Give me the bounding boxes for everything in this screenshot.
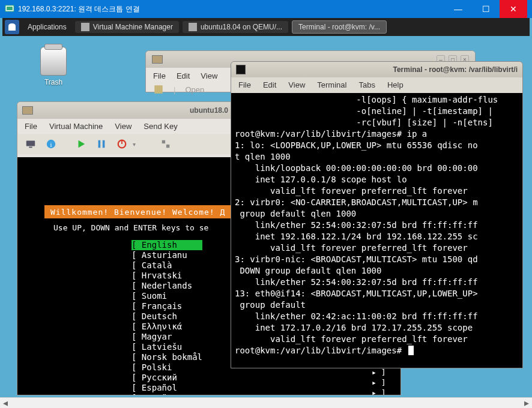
vmm-new-icon[interactable] <box>153 84 164 95</box>
taskbar-label: Terminal - root@kvm: /v... <box>298 23 380 31</box>
language-list[interactable]: [ English[ Asturianu[ Català[ Hrvatski[ … <box>131 240 202 395</box>
rdp-titlebar[interactable]: 192.168.0.3:2221: 원격 데스크톱 연결 — ☐ ✕ <box>0 0 532 18</box>
vmcon-menu-vm[interactable]: Virtual Machine <box>49 122 103 131</box>
svg-rect-11 <box>121 140 122 144</box>
rdp-horizontal-scrollbar[interactable]: ◂ ▸ <box>0 397 532 408</box>
vmcon-title: ubuntu18.0 <box>190 106 228 115</box>
taskbar-item-vmconsole[interactable]: ubuntu18.04 on QEMU/... <box>183 21 288 33</box>
terminal-title-icon <box>236 65 246 74</box>
taskbar-item-vmm[interactable]: Virtual Machine Manager <box>75 21 179 33</box>
terminal-line: valid_lft forever preferred_lft forever <box>235 185 519 197</box>
applications-menu[interactable]: Applications <box>23 21 71 33</box>
vmcon-console-button[interactable] <box>23 137 38 151</box>
term-menu-file[interactable]: File <box>238 80 251 89</box>
term-menu-tabs[interactable]: Tabs <box>358 80 375 89</box>
term-menu-terminal[interactable]: Terminal <box>317 80 346 89</box>
terminal-line: 3: virbr0-nic: <BROADCAST,MULTICAST> mtu… <box>235 254 519 265</box>
desktop-area[interactable]: Trash – □ × File Edit View | Open <box>2 36 530 396</box>
language-option[interactable]: [ English <box>131 240 202 250</box>
taskbar-label: ubuntu18.04 on QEMU/... <box>201 23 282 31</box>
terminal-window[interactable]: Terminal - root@kvm: /var/lib/libvirt/i … <box>231 61 523 368</box>
terminal-line: group default <box>235 299 519 311</box>
svg-rect-13 <box>166 145 169 148</box>
language-option[interactable]: [ Ελληνικά <box>131 322 202 332</box>
taskbar-label: Virtual Machine Manager <box>93 23 173 31</box>
language-option[interactable]: [ Русский <box>131 373 202 383</box>
term-menu-edit[interactable]: Edit <box>263 80 276 89</box>
vmm-menu-edit[interactable]: Edit <box>177 71 190 80</box>
terminal-line: valid_lft forever preferred_lft forever <box>235 334 519 345</box>
vmcon-menu-view[interactable]: View <box>115 122 131 131</box>
scroll-right-button[interactable]: ▸ <box>521 398 532 408</box>
terminal-line: link/ether 52:54:00:32:07:5d brd ff:ff:f… <box>235 277 519 288</box>
vmcon-info-button[interactable]: i <box>44 137 58 151</box>
terminal-line: 1: lo: <LOOPBACK,UP,LOWER_UP> mtu 65536 … <box>235 140 519 151</box>
terminal-line: inet 192.168.122.1/24 brd 192.168.122.25… <box>235 231 519 242</box>
terminal-cursor <box>408 346 414 355</box>
language-option[interactable]: ▸ ] <box>372 388 385 395</box>
vmcon-shutdown-button[interactable] <box>115 137 129 151</box>
nav-hint: Use UP, DOWN and ENTER keys to se <box>53 223 208 232</box>
trash-desktop-icon[interactable]: Trash <box>35 47 71 86</box>
vmcon-pause-button[interactable] <box>94 137 109 151</box>
scroll-left-button[interactable]: ◂ <box>0 398 11 408</box>
terminal-line: inet 172.17.0.2/16 brd 172.17.255.255 sc… <box>235 322 519 334</box>
vmm-icon <box>81 23 89 31</box>
svg-marker-7 <box>79 140 85 148</box>
vmm-menu-view[interactable]: View <box>201 71 217 80</box>
language-option[interactable]: ▸ ] <box>372 377 385 388</box>
term-menu-view[interactable]: View <box>288 80 305 89</box>
language-option[interactable]: [ Norsk bokmål <box>131 352 202 362</box>
taskbar-item-terminal[interactable]: Terminal - root@kvm: /v... <box>292 20 387 34</box>
terminal-body[interactable]: -l[oops] { maximum-addr-flus -o[neline] … <box>231 93 522 368</box>
trash-label: Trash <box>35 78 71 86</box>
language-option[interactable]: [ Español <box>131 383 202 393</box>
svg-rect-8 <box>98 140 101 148</box>
vmcon-title-icon <box>22 106 33 115</box>
language-option[interactable]: [ Latviešu <box>131 342 202 352</box>
applications-label: Applications <box>28 23 67 31</box>
vmcon-menu-file[interactable]: File <box>25 122 37 131</box>
terminal-line: t qlen 1000 <box>235 151 519 163</box>
svg-rect-3 <box>26 141 35 146</box>
language-option[interactable]: [ Українська <box>131 393 202 395</box>
terminal-line: DOWN group default qlen 1000 <box>235 265 519 277</box>
language-option[interactable]: [ Hrvatski <box>131 271 202 281</box>
language-option[interactable]: [ Asturianu <box>131 250 202 260</box>
vmcon-menu-sendkey[interactable]: Send Key <box>144 122 177 131</box>
language-option[interactable]: [ Deutsch <box>131 311 202 322</box>
minimize-button[interactable]: — <box>444 0 472 18</box>
language-option[interactable]: [ Magyar <box>131 332 202 342</box>
svg-text:i: i <box>50 141 52 148</box>
language-option[interactable]: [ Nederlands <box>131 281 202 291</box>
vmm-open-button[interactable]: Open <box>185 85 204 94</box>
language-list-col2[interactable]: ▸ ]▸ ]▸ ] <box>372 367 385 395</box>
terminal-line: -rc[vbuf] [size] | -n[etns] <box>235 117 519 128</box>
language-option[interactable]: [ Català <box>131 260 202 271</box>
rdp-window: 192.168.0.3:2221: 원격 데스크톱 연결 — ☐ ✕ Appli… <box>0 0 532 408</box>
vmm-menu-file[interactable]: File <box>153 71 166 80</box>
terminal-menubar: File Edit View Terminal Tabs Help <box>231 77 522 92</box>
app-menu-icon[interactable] <box>5 20 19 34</box>
vmm-title-icon <box>152 55 163 64</box>
terminal-titlebar[interactable]: Terminal - root@kvm: /var/lib/libvirt/i <box>231 62 522 77</box>
language-option[interactable]: [ Polski <box>131 362 202 373</box>
vmcon-fullscreen-button[interactable] <box>159 137 173 151</box>
scroll-track[interactable] <box>11 398 521 408</box>
svg-rect-2 <box>154 85 163 94</box>
language-option[interactable]: [ Suomi <box>131 291 202 301</box>
vmcon-run-button[interactable] <box>74 137 88 151</box>
svg-rect-12 <box>162 140 165 143</box>
trash-icon <box>40 47 67 76</box>
language-option[interactable]: [ Français <box>131 301 202 311</box>
term-menu-help[interactable]: Help <box>387 80 404 89</box>
vm-icon <box>189 23 197 31</box>
svg-rect-9 <box>103 140 105 148</box>
language-option[interactable]: ▸ ] <box>372 367 385 377</box>
terminal-line: root@kvm:/var/lib/libvirt/images# ip a <box>235 128 519 140</box>
rdp-title: 192.168.0.3:2221: 원격 데스크톱 연결 <box>18 4 444 14</box>
chevron-down-icon[interactable]: ▾ <box>133 141 136 148</box>
terminal-line: group default qlen 1000 <box>235 208 519 220</box>
close-button[interactable]: ✕ <box>500 0 527 18</box>
maximize-button[interactable]: ☐ <box>472 0 500 18</box>
